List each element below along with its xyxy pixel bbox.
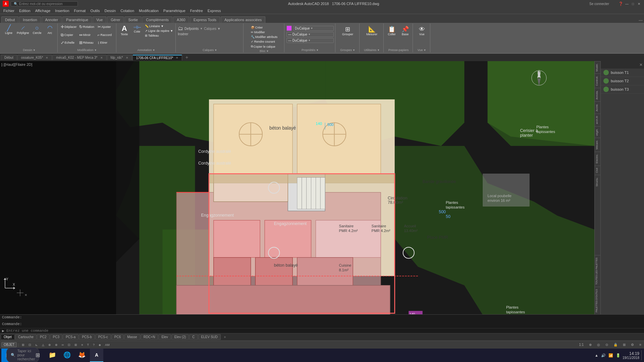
layer-dropdown[interactable]: — DuCalque ▼	[286, 32, 334, 37]
dessin-dropdown-icon[interactable]: ▼	[33, 49, 36, 52]
btn-cote[interactable]: ⊣⊢ Cote	[131, 24, 143, 34]
btn-vue[interactable]: 👁 Vue	[416, 26, 428, 37]
layout-tab-elev-sud[interactable]: ELEV SUD	[198, 334, 221, 340]
tab-gerer[interactable]: Gérer	[107, 16, 124, 23]
linetype-dropdown[interactable]: — DuCalque ▼	[286, 38, 334, 43]
menu-outils[interactable]: Outils	[88, 8, 102, 13]
modification-dropdown-icon[interactable]: ▼	[94, 49, 97, 52]
signin-btn[interactable]: Se connecter	[589, 2, 609, 6]
menu-cotation[interactable]: Cotation	[118, 8, 136, 13]
btn-copier-calque[interactable]: ⧉Copier le calque	[250, 44, 279, 49]
drawing-canvas[interactable]: béton balayé Cordylne australé Cordylne …	[0, 61, 594, 314]
close-btn[interactable]: ✕	[637, 1, 641, 6]
layout-tab-pc6[interactable]: PC6	[111, 334, 124, 340]
close-tab-cfa[interactable]: ✕	[176, 56, 178, 59]
tab-debut[interactable]: Début	[1, 16, 18, 23]
calques-dropdown-icon[interactable]: ▼	[214, 49, 217, 52]
status-grid-icon[interactable]: ⊡	[27, 343, 33, 347]
utilitaires-dropdown-icon[interactable]: ▼	[377, 49, 380, 52]
tray-battery[interactable]: 🔋	[616, 353, 621, 358]
btn-grouper[interactable]: ⊞ Grouper	[341, 26, 355, 37]
menu-dessin[interactable]: Dessin	[103, 8, 118, 13]
tab-cfa[interactable]: 1706-06 CFA LIFFRE10* ✕	[132, 55, 182, 60]
status-icons-4[interactable]: 🔒	[612, 343, 619, 347]
status-menu[interactable]: ≡	[638, 343, 643, 347]
add-layout-btn[interactable]: ＋	[221, 334, 229, 340]
menu-parametrique[interactable]: Paramétrique	[161, 8, 187, 13]
side-tab-electric[interactable]: Electric.	[595, 151, 600, 165]
close-crosshair[interactable]: ✕	[24, 293, 27, 297]
panel-item-buisson-t2[interactable]: buisson T2	[601, 77, 644, 85]
btn-base[interactable]: 📌 Base	[399, 26, 411, 37]
btn-mesurer[interactable]: 📐 Mesurer	[365, 26, 379, 37]
status-sc[interactable]: ◈	[97, 343, 102, 347]
btn-copier[interactable]: ⧉Copier	[60, 32, 78, 38]
taskbar-files[interactable]: 📁	[46, 349, 59, 362]
calques-btn[interactable]: Calques ▼	[204, 27, 220, 31]
side-tab-annota[interactable]: Annota.	[595, 88, 600, 102]
status-dyn[interactable]: ⊞	[73, 343, 78, 347]
side-tab-palettes[interactable]: PALETTES D'OUTILS	[595, 287, 600, 314]
layout-tab-c[interactable]: C	[189, 334, 198, 340]
taskbar-task-view[interactable]: ⊞	[31, 349, 44, 362]
status-ducs[interactable]: ⊡	[66, 343, 72, 347]
menu-format[interactable]: Format	[72, 8, 88, 13]
menu-express[interactable]: Express	[206, 8, 223, 13]
layout-tab-elev[interactable]: Elev	[158, 334, 171, 340]
close-tab-meca[interactable]: ✕	[100, 56, 103, 59]
side-tab-controll[interactable]: Controll.	[595, 74, 600, 88]
menu-affichage[interactable]: Affichage	[33, 8, 53, 13]
layout-tab-pcs-c[interactable]: PCS-c	[95, 334, 111, 340]
panel-item-buisson-t3[interactable]: buisson T3	[601, 85, 644, 94]
btn-ligne[interactable]: ╱ Ligne	[3, 24, 15, 35]
btn-texte[interactable]: A Texte	[118, 24, 130, 37]
panel-close-btn[interactable]: ✕	[639, 62, 643, 67]
bloc-dropdown-icon[interactable]: ▼	[266, 50, 269, 53]
status-gear[interactable]: ⚙	[630, 343, 635, 347]
status-qp[interactable]: ?	[92, 343, 96, 347]
show-desktop[interactable]	[641, 350, 643, 360]
btn-rendre-courant[interactable]: ✓Rendre courant	[250, 40, 279, 44]
btn-tableau[interactable]: ⊞Tableau	[144, 34, 174, 38]
layout-tab-pcs-a[interactable]: PCS-a	[63, 334, 78, 340]
btn-reseau[interactable]: ⊞Réseau	[78, 40, 96, 45]
tab-insertion[interactable]: Insertion	[19, 16, 41, 23]
status-objet[interactable]: OBJET	[1, 342, 17, 347]
side-tab-structu[interactable]: Structu.	[595, 175, 600, 189]
status-icons-2[interactable]: ◎	[596, 343, 601, 347]
status-tpy[interactable]: T	[86, 343, 91, 347]
btn-lineaire[interactable]: 📏Linéaire ▼	[144, 24, 174, 28]
tab-sortie[interactable]: Sortie	[124, 16, 142, 23]
side-tab-modele[interactable]: Modèl.	[595, 61, 600, 74]
tab-applications[interactable]: Applications associées	[221, 16, 265, 23]
taskbar-search[interactable]: 🔍 Taper ici pour rechercher	[16, 349, 30, 362]
side-tab-civil[interactable]: Civil	[595, 166, 600, 175]
status-am[interactable]: AM	[104, 343, 111, 347]
menu-fenetre[interactable]: Fenêtre	[188, 8, 205, 13]
maximize-btn[interactable]: □	[631, 1, 635, 6]
menu-insertion[interactable]: Insertion	[53, 8, 71, 13]
clock[interactable]: 14:19 19/11/2018	[623, 351, 639, 360]
btn-polyligne[interactable]: ⟋ Polyligne	[15, 24, 31, 35]
status-3dosnap[interactable]: ⊗	[54, 343, 59, 347]
btn-ligne-repere[interactable]: ↗Ligne de repère ▼	[144, 29, 174, 33]
tab-ossature[interactable]: ossature_K05* ✕	[17, 55, 52, 60]
tab-parametrique[interactable]: Paramétrique	[62, 16, 92, 23]
btn-ajuster[interactable]: ✂Ajuster	[97, 24, 115, 30]
taskbar-edge[interactable]: 🌐	[60, 349, 74, 362]
btn-rotation[interactable]: ↻Rotation	[78, 24, 96, 30]
command-input[interactable]	[6, 329, 643, 333]
color-dropdown[interactable]: DuCalque ▼	[293, 26, 334, 31]
side-tab-mecani[interactable]: Mécani.	[595, 138, 600, 151]
btn-deplacer[interactable]: ✛Déplacer	[60, 24, 78, 30]
status-scale[interactable]: 1:1	[578, 343, 585, 347]
menu-modification[interactable]: Modification	[137, 8, 161, 13]
tab-a360[interactable]: A360	[173, 16, 189, 23]
menu-fichier[interactable]: Fichier	[1, 8, 16, 13]
status-icons-5[interactable]: ⊞	[622, 343, 627, 347]
status-icons-3[interactable]: ⊙	[604, 343, 609, 347]
status-lw[interactable]: ≡	[80, 343, 84, 347]
side-tab-arch3[interactable]: arch.III	[595, 114, 600, 126]
annotation-dropdown-icon[interactable]: ▼	[152, 49, 155, 52]
btn-modifier-attributs[interactable]: 🔧Modifier attributs	[250, 35, 279, 39]
